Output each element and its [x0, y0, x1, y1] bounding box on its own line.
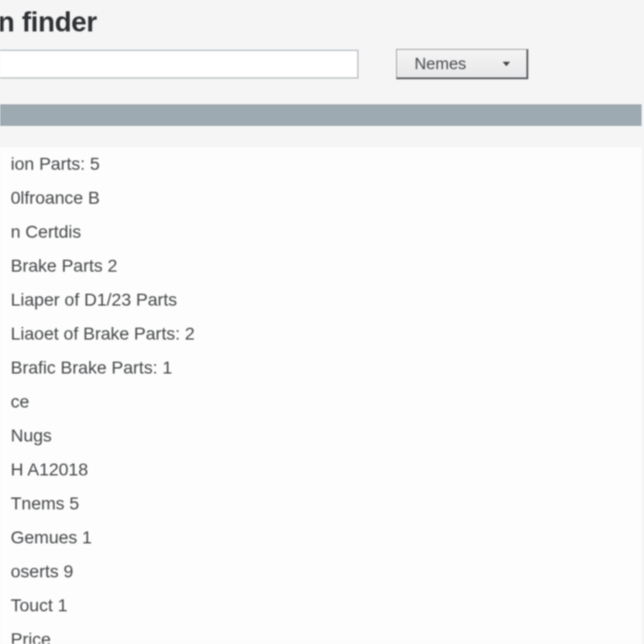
list-item[interactable]: Brafic Brake Parts: 1 [0, 351, 641, 385]
list-item[interactable]: 0lfroance B [0, 181, 641, 215]
list-item[interactable]: Gemues 1 [0, 521, 641, 555]
list-item[interactable]: Touct 1 [0, 589, 641, 623]
list-item[interactable]: Liaoet of Brake Parts: 2 [0, 317, 641, 351]
list-item[interactable]: ion Parts: 5 [0, 147, 641, 181]
list-item[interactable]: H A12018 [0, 453, 641, 487]
list-item[interactable]: Tnems 5 [0, 487, 641, 521]
list-item[interactable]: oserts 9 [0, 555, 641, 589]
list-item[interactable]: ce [0, 385, 641, 419]
search-row: Nemes ▼ [0, 49, 644, 79]
filter-dropdown[interactable]: Nemes ▼ [396, 49, 528, 79]
page-title: msen finder [0, 0, 644, 49]
filter-selected-label: Nemes [414, 54, 466, 74]
results-list: ion Parts: 5 0lfroance B n Certdis Brake… [0, 147, 641, 644]
list-item[interactable]: n Certdis [0, 215, 641, 249]
list-item[interactable]: Price [0, 623, 641, 644]
results-header-bar [0, 104, 641, 126]
list-item[interactable]: Nugs [0, 419, 641, 453]
search-input[interactable] [0, 50, 358, 79]
list-item[interactable]: Brake Parts 2 [0, 249, 641, 283]
chevron-down-icon: ▼ [500, 59, 513, 68]
list-item[interactable]: Liaper of D1/23 Parts [0, 283, 641, 317]
